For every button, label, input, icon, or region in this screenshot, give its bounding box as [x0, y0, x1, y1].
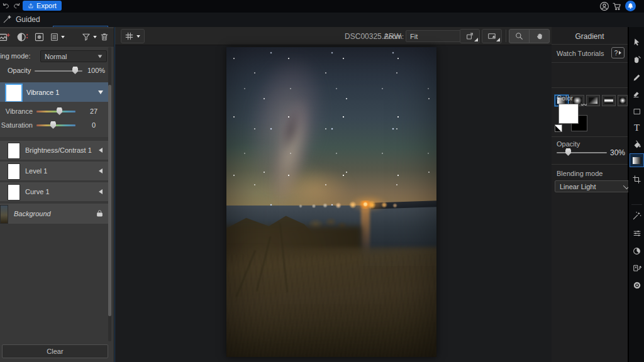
tone-tool[interactable]: [629, 243, 644, 258]
zoom-tool-button[interactable]: [509, 29, 530, 43]
photo-canvas[interactable]: [226, 47, 436, 357]
gradient-blending-mode-value: Linear Light: [560, 183, 596, 190]
diamond-gradient-icon: [619, 97, 626, 104]
layer-opacity-label: Opacity: [8, 67, 31, 74]
swap-colors-icon[interactable]: [579, 101, 589, 109]
delete-layer-icon[interactable]: [99, 31, 109, 42]
layer-thumbnail[interactable]: [8, 163, 20, 180]
expand-arrow-icon[interactable]: [99, 189, 103, 194]
expand-arrow-icon[interactable]: [99, 148, 103, 153]
mask-icon[interactable]: [34, 32, 45, 42]
collapse-arrow-icon[interactable]: [98, 90, 103, 94]
color-label: Color: [557, 94, 573, 102]
gradient-tool[interactable]: [630, 153, 644, 167]
adjustment-brush-tool[interactable]: [629, 52, 644, 67]
guided-tab-label: Guided: [16, 15, 40, 24]
magic-wand-icon: [3, 14, 12, 24]
gradient-type-reflected[interactable]: [602, 95, 616, 106]
layer-row-level[interactable]: Level 1: [0, 162, 108, 180]
angle-gradient-icon: [589, 97, 597, 104]
saturation-slider-label: Saturation: [0, 121, 33, 129]
dropdown-arrow-icon: [98, 55, 103, 58]
text-tool[interactable]: T: [629, 120, 644, 135]
rotate-icon: [465, 31, 475, 41]
layer-row-curve[interactable]: Curve 1: [0, 182, 108, 201]
gradient-opacity-slider[interactable]: [557, 152, 607, 153]
expand-arrow-icon[interactable]: [99, 168, 103, 173]
pan-tool-button[interactable]: [529, 29, 550, 43]
gradient-blending-mode-select[interactable]: Linear Light: [555, 180, 633, 192]
layer-name: Brightness/Contrast 1: [25, 146, 92, 154]
gradient-opacity-slider-handle[interactable]: [565, 148, 571, 156]
brush-tool[interactable]: [629, 70, 644, 85]
tool-strip: T: [628, 27, 644, 362]
magnifier-icon: [514, 31, 524, 41]
layer-row-brightness-contrast[interactable]: Brightness/Contrast 1: [0, 141, 108, 160]
watch-tutorials-label: Watch Tutorials: [557, 50, 604, 57]
tutorial-help-button[interactable]: ?: [611, 47, 625, 58]
export-layers-tool[interactable]: [629, 261, 644, 276]
layer-row-vibrance[interactable]: Vibrance 1: [0, 82, 108, 102]
adjustments-tool[interactable]: [629, 226, 644, 241]
eraser-tool[interactable]: [629, 87, 644, 102]
layer-name: Curve 1: [25, 188, 50, 195]
layer-name: Level 1: [25, 167, 47, 175]
layer-thumbnail[interactable]: [8, 184, 20, 200]
select-tool[interactable]: [629, 35, 644, 50]
gradient-type-diamond[interactable]: [618, 95, 628, 106]
vibrance-slider-label: Vibrance: [0, 107, 33, 115]
layers-toolbar: [0, 28, 114, 47]
layer-thumbnail[interactable]: [5, 84, 23, 102]
shape-tool[interactable]: [629, 104, 644, 119]
clear-button[interactable]: Clear: [2, 344, 108, 358]
canvas-toolbar: DSC00325.ARW Zoom: Fit: [115, 27, 552, 45]
saturation-slider[interactable]: [36, 124, 75, 126]
reflected-gradient-icon: [604, 97, 613, 104]
rotate-view-button[interactable]: [460, 29, 480, 43]
layer-thumbnail[interactable]: [8, 143, 20, 159]
panel-title: Gradient: [552, 32, 628, 41]
saturation-slider-handle[interactable]: [50, 121, 56, 129]
settings-tool[interactable]: [629, 278, 644, 293]
zoom-label: Zoom:: [384, 33, 404, 40]
layer-name: Vibrance 1: [26, 89, 59, 96]
adjustment-icon[interactable]: [16, 31, 29, 43]
play-icon: [619, 51, 621, 55]
vibrance-slider[interactable]: [36, 111, 75, 112]
layer-blending-mode-select[interactable]: Normal: [40, 50, 107, 62]
export-button[interactable]: Export: [23, 1, 62, 11]
gradient-opacity-label: Opacity: [557, 140, 580, 148]
auto-enhance-tool[interactable]: [629, 208, 644, 223]
compare-view-button[interactable]: [482, 29, 502, 43]
redo-icon[interactable]: [12, 2, 21, 11]
vibrance-slider-handle[interactable]: [57, 107, 62, 115]
dropdown-arrow-icon: [136, 35, 140, 37]
layer-opacity-slider-handle[interactable]: [72, 67, 78, 74]
layers-scrollbar-thumb[interactable]: [108, 85, 111, 316]
layer-blending-mode-value: Normal: [45, 53, 67, 60]
notifications-button[interactable]: [625, 1, 636, 11]
vibrance-settings: Vibrance 27 Saturation 0: [0, 102, 108, 137]
foreground-color-swatch[interactable]: [558, 104, 579, 124]
hand-icon: [535, 31, 544, 41]
account-icon[interactable]: [599, 1, 609, 11]
layer-list-menu-icon[interactable]: [50, 32, 65, 42]
lock-icon[interactable]: [96, 209, 104, 218]
undo-icon[interactable]: [1, 2, 11, 11]
layer-opacity-value: 100%: [87, 67, 105, 74]
tab-guided[interactable]: Guided: [3, 14, 40, 24]
export-label: Export: [36, 2, 57, 9]
mode-bar: Guided Expert: [0, 13, 644, 28]
fill-tool[interactable]: [629, 137, 644, 152]
layer-row-background[interactable]: Background: [0, 204, 108, 224]
default-colors-icon[interactable]: [555, 124, 562, 132]
tool-strip-separator: [631, 204, 642, 205]
background-thumbnail[interactable]: [0, 205, 8, 224]
add-adjustment-layer-icon[interactable]: [0, 31, 11, 43]
grid-icon: [125, 31, 134, 41]
cart-icon[interactable]: [612, 1, 622, 11]
saturation-value: 0: [92, 121, 96, 129]
filter-icon[interactable]: [81, 32, 97, 42]
grid-overlay-button[interactable]: [121, 29, 145, 43]
crop-tool[interactable]: [629, 172, 644, 187]
